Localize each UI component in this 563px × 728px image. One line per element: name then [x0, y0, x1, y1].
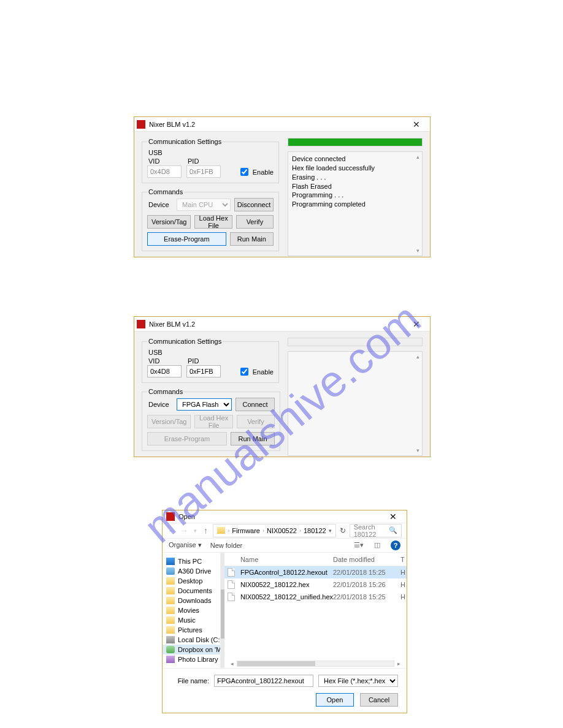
tree-item-label: Documents — [178, 587, 212, 594]
list-header[interactable]: Name Date modified T — [224, 553, 407, 566]
vid-field[interactable] — [147, 365, 182, 377]
organise-menu[interactable]: Organise ▾ — [169, 541, 202, 549]
dialog-title: Open — [178, 513, 383, 520]
chevron-down-icon[interactable]: ▾ — [329, 528, 332, 534]
horizontal-scrollbar[interactable]: ◂ ▸ — [228, 659, 403, 668]
col-type[interactable]: T — [400, 556, 407, 563]
tree-item[interactable]: Downloads — [163, 596, 220, 605]
log-output: ▴ Device connectedHex file loaded succes… — [288, 151, 423, 256]
device-select[interactable]: FPGA Flash — [177, 398, 232, 411]
device-label: Device — [148, 401, 173, 408]
vid-label: VID — [148, 157, 182, 165]
tree-item-label: A360 Drive — [178, 567, 211, 575]
file-row[interactable]: FPGAcontrol_180122.hexout22/01/2018 15:2… — [224, 566, 407, 578]
breadcrumb-item[interactable]: NIX00522 — [267, 527, 297, 534]
cancel-button[interactable]: Cancel — [360, 693, 398, 707]
tree-item[interactable]: Pictures — [163, 625, 220, 635]
file-row[interactable]: NIX00522_180122_unified.hex22/01/2018 15… — [224, 591, 407, 603]
tree-item-label: Desktop — [178, 577, 202, 585]
file-row[interactable]: NIX00522_180122.hex22/01/2018 15:26H — [224, 578, 407, 591]
nav-forward-icon[interactable]: → — [180, 526, 188, 536]
erase-program-button[interactable]: Erase-Program — [147, 232, 226, 246]
tree-item[interactable]: This PC — [163, 556, 220, 566]
log-line: Flash Erased — [292, 182, 418, 191]
help-icon[interactable]: ? — [391, 540, 400, 550]
tree-item[interactable]: Documents — [163, 586, 220, 596]
fld-icon — [166, 626, 175, 634]
tree-item-label: Downloads — [178, 597, 211, 604]
file-type: H — [400, 569, 407, 576]
enable-checkbox[interactable]: Enable — [238, 366, 274, 377]
file-name: NIX00522_180122.hex — [238, 581, 333, 588]
nav-back-icon[interactable]: ← — [167, 526, 176, 536]
new-folder-button[interactable]: New folder — [210, 542, 243, 549]
close-icon[interactable]: ✕ — [405, 319, 427, 329]
connect-button[interactable]: Connect — [236, 398, 275, 411]
log-line: Device connected — [292, 154, 418, 164]
file-type: H — [400, 581, 407, 588]
pid-field[interactable] — [186, 365, 221, 377]
nav-up-icon[interactable]: ↑ — [202, 526, 209, 536]
load-hex-button[interactable]: Load Hex File — [194, 215, 232, 229]
file-name-field[interactable] — [214, 675, 313, 687]
usb-label: USB — [148, 349, 274, 356]
nav-tree[interactable]: This PCA360 DriveDesktopDocumentsDownloa… — [163, 553, 221, 668]
file-icon — [228, 580, 235, 589]
window-title: Nixer BLM v1.2 — [149, 320, 405, 328]
progress-bar — [288, 138, 423, 146]
tree-item[interactable]: Local Disk (C:) — [163, 635, 220, 645]
fld-icon — [166, 587, 175, 594]
view-options-icon[interactable]: ☰▾ — [354, 541, 364, 549]
window-title: Nixer BLM v1.2 — [149, 121, 405, 128]
preview-pane-icon[interactable]: ◫ — [372, 541, 382, 549]
open-button[interactable]: Open — [316, 693, 354, 707]
pid-label: PID — [188, 357, 221, 365]
nav-bar: ← → ▾ ↑ › Firmware › NIX00522 › 180122 ▾… — [163, 523, 407, 538]
enable-checkbox-input[interactable] — [240, 368, 248, 376]
enable-label: Enable — [253, 368, 274, 376]
dialog-titlebar: Open ✕ — [163, 510, 407, 523]
col-name[interactable]: Name — [238, 556, 333, 563]
file-icon — [228, 593, 235, 601]
verify-button[interactable]: Verify — [236, 215, 274, 229]
log-line: Erasing . . . — [292, 173, 418, 182]
device-label: Device — [148, 201, 173, 208]
run-main-button[interactable]: Run Main — [230, 232, 274, 246]
refresh-icon[interactable]: ↻ — [340, 526, 346, 535]
version-tag-button[interactable]: Version/Tag — [147, 215, 191, 229]
tree-item[interactable]: A360 Drive — [163, 566, 220, 576]
load-hex-button: Load Hex File — [194, 415, 232, 428]
enable-checkbox-input[interactable] — [240, 168, 248, 176]
search-icon: 🔍 — [389, 526, 397, 534]
file-type-select[interactable]: Hex File (*.hex;*.hexout) — [318, 675, 398, 687]
tree-item[interactable]: Photo Library on — [163, 654, 220, 664]
breadcrumb-item[interactable]: 180122 — [304, 527, 326, 534]
drv-icon — [166, 567, 175, 575]
tree-item-label: Dropbox on 'Ma — [178, 646, 221, 653]
tree-item[interactable]: Music — [163, 615, 220, 625]
breadcrumb-item[interactable]: Firmware — [232, 527, 260, 534]
tree-item-label: Photo Library on — [178, 656, 221, 663]
tree-item[interactable]: Movies — [163, 605, 220, 615]
file-icon — [228, 568, 235, 577]
nav-recent-icon[interactable]: ▾ — [192, 528, 199, 534]
run-main-button[interactable]: Run Main — [231, 432, 275, 446]
disconnect-button[interactable]: Disconnect — [234, 198, 274, 211]
tree-item[interactable]: Dropbox on 'Ma — [163, 645, 220, 654]
tree-item[interactable]: Desktop — [163, 576, 220, 586]
chevron-right-icon: › — [299, 528, 301, 534]
breadcrumb[interactable]: › Firmware › NIX00522 › 180122 ▾ — [213, 524, 336, 537]
commands-group: Commands Device Main CPU Disconnect Vers… — [142, 188, 279, 251]
tree-item-label: Pictures — [178, 626, 202, 634]
enable-checkbox[interactable]: Enable — [238, 166, 274, 178]
dialog-toolbar: Organise ▾ New folder ☰▾ ◫ ? — [163, 538, 407, 552]
search-input[interactable]: Search 180122 🔍 — [350, 524, 402, 537]
tree-item-label: Music — [178, 616, 196, 624]
col-date[interactable]: Date modified — [333, 556, 400, 563]
app-icon — [137, 120, 145, 129]
scroll-right-icon[interactable]: ▸ — [394, 661, 403, 667]
close-icon[interactable]: ✕ — [383, 512, 403, 521]
comm-legend: Communication Settings — [147, 338, 223, 345]
scroll-left-icon[interactable]: ◂ — [228, 661, 237, 667]
close-icon[interactable]: ✕ — [405, 119, 427, 129]
